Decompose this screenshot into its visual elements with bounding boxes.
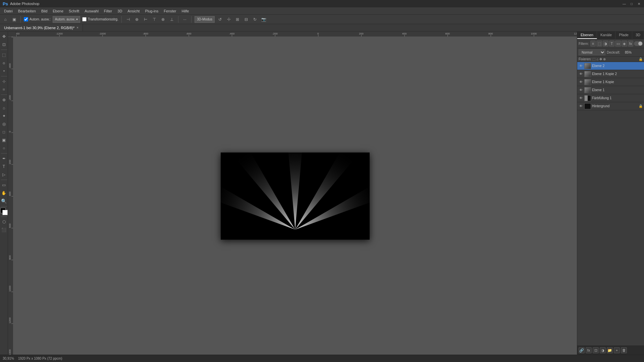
layer-visibility-kopie[interactable]: 👁 [579, 80, 583, 84]
slide-icon[interactable]: ⊟ [243, 16, 250, 23]
layer-visibility-ebene2[interactable]: 👁 [579, 64, 583, 68]
clone-tool[interactable]: ✦ [0, 112, 8, 120]
menu-item-bild[interactable]: Bild [39, 8, 50, 14]
filter-kind-btn[interactable]: ≡ [590, 41, 596, 47]
lock-position-btn[interactable]: ✥ [599, 57, 602, 61]
brush-tool[interactable]: ⌂ [0, 104, 8, 112]
layer-visibility-faerbfuellung[interactable]: 👁 [579, 96, 583, 101]
gradient-tool[interactable]: ▣ [0, 136, 8, 144]
lasso-tool[interactable]: ⌾ [0, 59, 8, 67]
zoom-tool[interactable]: 🔍 [0, 197, 8, 205]
filter-smart-btn[interactable]: ◈ [622, 41, 627, 47]
dodge-tool[interactable]: ○ [0, 144, 8, 152]
new-adjustment-btn[interactable]: ◑ [600, 347, 606, 353]
canvas-viewport[interactable] [13, 37, 577, 355]
layer-visibility-kopie2[interactable]: 👁 [579, 72, 583, 76]
layer-item[interactable]: 👁 Ebene 1 [577, 86, 644, 94]
align-left-icon[interactable]: ⊣ [125, 16, 131, 23]
pan-icon[interactable]: ☩ [225, 16, 232, 23]
lock-artboard-btn[interactable]: ⊕ [603, 57, 606, 61]
delete-layer-btn[interactable]: 🗑 [621, 347, 627, 353]
history-tool[interactable]: ◎ [0, 120, 8, 128]
layer-item[interactable]: 👁 Ebene 2 [577, 62, 644, 70]
align-bottom-icon[interactable]: ⊥ [168, 16, 175, 23]
filter-toggle[interactable] [634, 41, 643, 46]
add-mask-btn[interactable]: ⊡ [593, 347, 599, 353]
tool-separator-3 [1, 95, 7, 95]
layer-item[interactable]: 👁 Hintergrund 🔒 [577, 102, 644, 110]
menu-item-datei[interactable]: Datei [1, 8, 15, 14]
lock-transparent-btn[interactable]: ⬚ [592, 57, 595, 61]
new-group-btn[interactable]: 📁 [607, 347, 613, 353]
menu-item-hilfe[interactable]: Hilfe [179, 8, 192, 14]
lock-all-btn[interactable]: 🔒 [639, 57, 643, 61]
tools-icon[interactable]: ▣ [11, 16, 17, 23]
filter-effect-btn[interactable]: fx [628, 41, 634, 47]
shape-tool[interactable]: ▭ [0, 181, 8, 189]
magic-wand-tool[interactable]: ⁌ [0, 67, 8, 75]
tab-filename: Unbenannt-1 bei 30,9% (Ebene 2, RGB/8)* [4, 26, 74, 30]
tab-layers[interactable]: Ebenen [577, 32, 597, 39]
quick-mask-button[interactable]: ⬡ [0, 218, 8, 226]
tab-close-button[interactable]: × [76, 26, 78, 29]
menu-item-schrift[interactable]: Schrift [66, 8, 82, 14]
marquee-tool[interactable]: ⬚ [0, 51, 8, 59]
more-options-icon[interactable]: ··· [181, 16, 188, 23]
menu-item-bearbeiten[interactable]: Bearbeiten [15, 8, 39, 14]
align-center-v-icon[interactable]: ⊗ [160, 16, 166, 23]
healing-tool[interactable]: ⊕ [0, 96, 8, 104]
screen-mode-button[interactable]: ⬛ [0, 226, 8, 234]
blend-mode-select[interactable]: Normal [579, 49, 605, 55]
align-center-h-icon[interactable]: ⊕ [133, 16, 140, 23]
menu-item-filter[interactable]: Filter [101, 8, 115, 14]
layer-visibility-hintergrund[interactable]: 👁 [579, 104, 583, 109]
hand-tool[interactable]: ✋ [0, 189, 8, 197]
background-color[interactable] [2, 210, 8, 215]
menu-item-auswahl[interactable]: Auswahl [82, 8, 101, 14]
text-tool[interactable]: T [0, 163, 8, 170]
lock-pixels-btn[interactable]: ⌂ [596, 57, 598, 61]
path-select-tool[interactable]: ▷ [0, 171, 8, 178]
crop-tool[interactable]: ⊹ [0, 78, 8, 85]
align-right-icon[interactable]: ⊢ [142, 16, 149, 23]
maximize-button[interactable]: □ [629, 1, 634, 6]
layer-item[interactable]: 👁 Ebene 1 Kopie [577, 78, 644, 86]
menu-item-fenster[interactable]: Fenster [161, 8, 179, 14]
document-tab[interactable]: Unbenannt-1 bei 30,9% (Ebene 2, RGB/8)* … [0, 24, 83, 31]
layer-item[interactable]: 👁 Ebene 1 Kopie 2 [577, 70, 644, 78]
pen-tool[interactable]: ✒ [0, 155, 8, 162]
close-button[interactable]: ✕ [637, 1, 641, 6]
camera-3d-icon[interactable]: 📷 [260, 16, 267, 23]
title-bar-left: Ps Adobe Photoshop [3, 1, 39, 6]
menu-item-3d[interactable]: 3D [115, 8, 125, 14]
filter-type-btn[interactable]: T [609, 41, 615, 47]
home-icon[interactable]: ⌂ [2, 16, 9, 23]
tab-channels[interactable]: Kanäle [597, 32, 615, 39]
layer-select-dropdown[interactable]: Autom. ausw.. ▾ [53, 16, 80, 23]
autoselect-checkbox[interactable] [24, 17, 28, 21]
filter-adjust-btn[interactable]: ◑ [603, 41, 608, 47]
tab-3d[interactable]: 3D [632, 32, 644, 39]
move-tool[interactable]: ✥ [0, 33, 8, 40]
eraser-tool[interactable]: □ [0, 128, 8, 136]
eyedropper-tool[interactable]: ⌗ [0, 86, 8, 93]
transform-checkbox[interactable] [82, 17, 87, 21]
align-top-icon[interactable]: ⊤ [151, 16, 158, 23]
layer-item[interactable]: 👁 Färbfüllung 1 [577, 94, 644, 102]
layer-visibility-ebene1[interactable]: 👁 [579, 88, 583, 93]
rotate-icon[interactable]: ↺ [217, 16, 223, 23]
menu-item-ansicht[interactable]: Ansicht [125, 8, 142, 14]
artboard-tool[interactable]: ⊡ [0, 41, 8, 48]
menu-item-ebene[interactable]: Ebene [50, 8, 66, 14]
new-layer-btn[interactable]: + [614, 347, 620, 353]
roll-icon[interactable]: ↻ [252, 16, 258, 23]
minimize-button[interactable]: — [622, 1, 627, 6]
link-layers-btn[interactable]: 🔗 [579, 347, 585, 353]
zoom-3d-icon[interactable]: ⊞ [234, 16, 241, 23]
3d-mode-button[interactable]: 3D-Modus [195, 16, 215, 23]
filter-pixel-btn[interactable]: ⬚ [596, 41, 602, 47]
menu-item-plug-ins[interactable]: Plug-ins [142, 8, 161, 14]
filter-shape-btn[interactable]: ▭ [615, 41, 621, 47]
tab-paths[interactable]: Pfade [615, 32, 632, 39]
add-style-btn[interactable]: fx [586, 347, 592, 353]
